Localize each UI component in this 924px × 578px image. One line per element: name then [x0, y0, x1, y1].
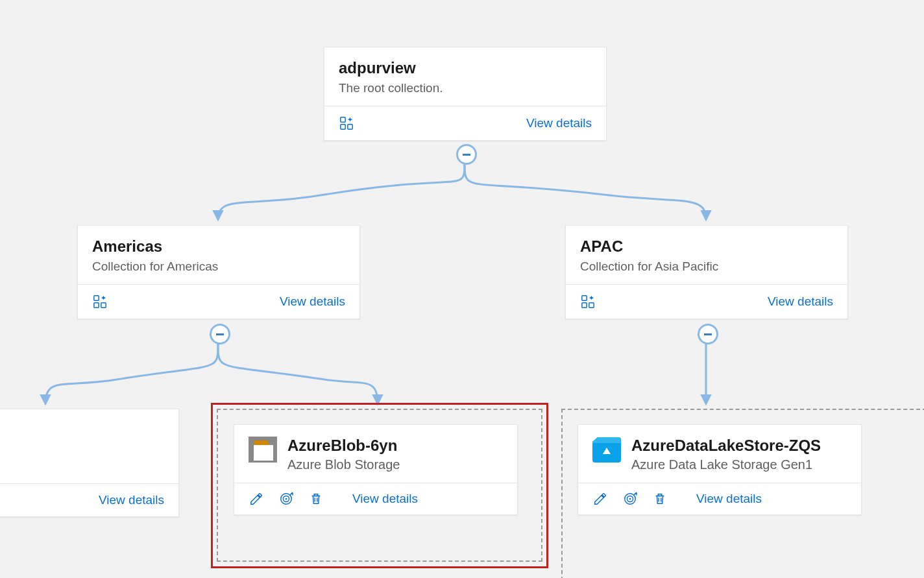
- collapse-toggle-americas[interactable]: [210, 324, 230, 344]
- collection-subtitle: Collection for Asia Pacific: [580, 259, 833, 274]
- collection-card-root[interactable]: adpurview The root collection. View deta…: [324, 47, 607, 141]
- trash-icon[interactable]: [308, 491, 324, 507]
- card-body: APAC Collection for Asia Pacific: [566, 226, 847, 284]
- card-body: AzureBlob-6yn Azure Blob Storage: [234, 425, 517, 483]
- minus-icon: [704, 333, 712, 335]
- target-icon[interactable]: [622, 491, 638, 507]
- grid-sparkle-icon[interactable]: [92, 294, 108, 309]
- collection-title: Americas: [92, 237, 345, 256]
- view-details-link[interactable]: View details: [280, 295, 345, 309]
- card-footer: View details: [234, 483, 517, 514]
- card-body: AzureDataLakeStore-ZQS Azure Data Lake S…: [578, 425, 861, 483]
- card-footer: View details: [324, 106, 606, 140]
- data-source-subtitle: Azure Blob Storage: [287, 457, 400, 472]
- data-source-subtitle: Azure Data Lake Storage Gen1: [631, 457, 821, 472]
- card-footer: View details: [566, 284, 847, 319]
- data-source-title: AzureDataLakeStore-ZQS: [631, 437, 821, 455]
- view-details-link[interactable]: View details: [526, 116, 592, 130]
- collection-card-apac[interactable]: APAC Collection for Asia Pacific View de…: [565, 225, 848, 319]
- grid-sparkle-icon[interactable]: [339, 115, 354, 131]
- collection-card-partial[interactable]: View details: [0, 409, 179, 517]
- data-source-title: AzureBlob-6yn: [287, 437, 400, 455]
- collapse-toggle-apac[interactable]: [698, 324, 718, 344]
- grid-sparkle-icon[interactable]: [580, 294, 596, 309]
- collection-title: adpurview: [339, 59, 592, 77]
- trash-icon[interactable]: [652, 491, 668, 507]
- collection-subtitle: The root collection.: [339, 81, 592, 95]
- minus-icon: [216, 333, 224, 335]
- collection-title: APAC: [580, 237, 833, 256]
- data-source-card-azureblob[interactable]: AzureBlob-6yn Azure Blob Storage View de…: [234, 424, 518, 515]
- minus-icon: [463, 154, 470, 156]
- edit-icon[interactable]: [249, 491, 264, 507]
- card-body: adpurview The root collection.: [324, 47, 606, 106]
- card-footer: View details: [78, 284, 359, 319]
- card-body: Americas Collection for Americas: [78, 226, 359, 284]
- view-details-link[interactable]: View details: [696, 492, 762, 506]
- edit-icon[interactable]: [592, 491, 608, 507]
- view-details-link[interactable]: View details: [768, 295, 833, 309]
- blob-storage-icon: [249, 437, 277, 463]
- collection-subtitle: Collection for Americas: [92, 259, 345, 274]
- collapse-toggle-root[interactable]: [456, 144, 477, 165]
- collection-card-americas[interactable]: Americas Collection for Americas View de…: [77, 225, 360, 319]
- data-source-card-adls[interactable]: AzureDataLakeStore-ZQS Azure Data Lake S…: [578, 424, 862, 515]
- card-footer: View details: [0, 483, 178, 516]
- card-footer: View details: [578, 483, 861, 514]
- adls-icon: [592, 437, 621, 463]
- collection-map-canvas[interactable]: adpurview The root collection. View deta…: [0, 0, 924, 578]
- target-icon[interactable]: [278, 491, 294, 507]
- view-details-link[interactable]: View details: [352, 492, 418, 506]
- view-details-link[interactable]: View details: [99, 493, 164, 507]
